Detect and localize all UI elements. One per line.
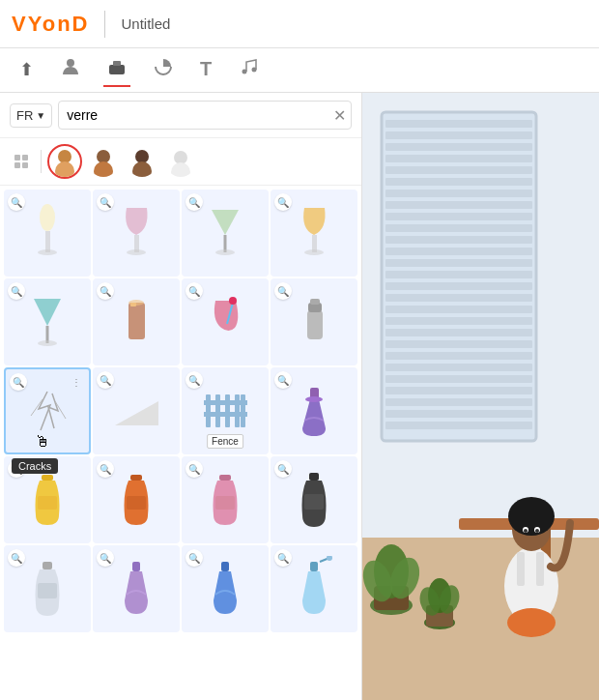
svg-rect-82 — [385, 306, 532, 313]
list-item[interactable]: 🔍 Fence — [182, 367, 269, 454]
svg-rect-80 — [385, 282, 532, 290]
music-tool[interactable] — [235, 53, 262, 87]
prop-tool[interactable] — [103, 53, 130, 87]
svg-rect-7 — [14, 162, 20, 168]
svg-rect-78 — [385, 259, 532, 267]
text-tool[interactable]: T — [196, 54, 215, 86]
list-item[interactable]: 🔍 — [271, 190, 357, 277]
zoom-icon[interactable]: 🔍 — [97, 460, 114, 478]
language-selector[interactable]: FR ▼ — [10, 103, 52, 128]
svg-rect-87 — [385, 364, 532, 371]
list-item[interactable]: 🔍 — [271, 278, 357, 365]
svg-rect-57 — [38, 583, 57, 598]
chart-tool[interactable] — [150, 53, 177, 87]
zoom-icon[interactable]: 🔍 — [185, 282, 203, 300]
svg-point-110 — [508, 497, 555, 536]
list-item[interactable]: 🔍 — [182, 456, 269, 543]
more-options-icon[interactable]: ⋮ — [68, 373, 85, 391]
svg-rect-8 — [22, 162, 28, 168]
zoom-icon[interactable]: 🔍 — [274, 371, 292, 389]
character-tab-4[interactable] — [163, 144, 198, 179]
upload-tool[interactable]: ⬆ — [15, 55, 38, 86]
search-input-wrap: ✕ — [58, 101, 352, 130]
zoom-icon[interactable]: 🔍 — [8, 460, 25, 478]
svg-rect-6 — [22, 155, 28, 160]
svg-rect-79 — [385, 271, 532, 278]
zoom-icon[interactable]: 🔍 — [97, 371, 114, 389]
zoom-icon[interactable]: 🔍 — [274, 193, 292, 211]
grid-view-icon[interactable] — [8, 148, 35, 175]
svg-point-10 — [55, 161, 74, 177]
list-item[interactable]: 🔍 — [271, 456, 357, 543]
svg-rect-51 — [127, 496, 146, 510]
list-item[interactable]: 🔍 — [4, 278, 91, 365]
search-input[interactable] — [58, 101, 352, 130]
svg-rect-42 — [215, 394, 220, 427]
svg-point-16 — [132, 161, 152, 177]
svg-rect-54 — [309, 473, 319, 481]
svg-rect-86 — [385, 352, 532, 360]
svg-point-24 — [127, 249, 146, 255]
zoom-icon[interactable]: 🔍 — [8, 282, 25, 300]
zoom-icon[interactable]: 🔍 — [274, 282, 292, 300]
list-item[interactable]: 🔍 — [4, 545, 91, 632]
svg-rect-77 — [385, 248, 532, 255]
svg-rect-5 — [14, 155, 20, 160]
list-item[interactable]: 🔍 — [182, 278, 269, 365]
list-item[interactable]: 🔍 — [4, 190, 91, 277]
svg-rect-41 — [206, 394, 211, 427]
asset-grid: 🔍 🔍 — [0, 186, 361, 700]
svg-rect-92 — [385, 422, 532, 429]
svg-rect-76 — [385, 236, 532, 244]
logo: VYonD — [12, 12, 89, 37]
svg-rect-83 — [385, 317, 532, 325]
svg-rect-88 — [385, 375, 532, 383]
list-item[interactable]: 🔍 — [271, 367, 357, 454]
svg-rect-81 — [385, 294, 532, 302]
list-item[interactable]: 🔍 — [271, 545, 357, 632]
zoom-icon[interactable]: 🔍 — [10, 373, 27, 391]
svg-point-18 — [174, 151, 187, 164]
list-item[interactable]: 🔍 — [93, 367, 180, 454]
svg-rect-74 — [385, 213, 532, 220]
zoom-icon[interactable]: 🔍 — [8, 193, 25, 211]
list-item[interactable]: 🔍 — [93, 545, 180, 632]
svg-rect-55 — [304, 494, 324, 510]
zoom-icon[interactable]: 🔍 — [274, 549, 292, 567]
list-item[interactable]: 🔍 — [182, 190, 269, 277]
list-item[interactable]: 🔍 — [93, 278, 180, 365]
svg-point-35 — [229, 297, 237, 305]
zoom-icon[interactable]: 🔍 — [8, 549, 25, 567]
svg-point-115 — [507, 608, 556, 637]
fence-label: Fence — [207, 434, 243, 449]
character-tab-1[interactable] — [47, 144, 82, 179]
character-tool[interactable] — [57, 53, 84, 87]
list-item[interactable]: 🔍 — [93, 456, 180, 543]
toolbar: ⬆ T — [0, 48, 599, 93]
zoom-icon[interactable]: 🔍 — [185, 193, 203, 211]
svg-rect-36 — [307, 310, 323, 339]
zoom-icon[interactable]: 🔍 — [97, 549, 114, 567]
svg-rect-31 — [128, 303, 145, 339]
zoom-icon[interactable]: 🔍 — [97, 282, 114, 300]
list-item[interactable]: 🔍 — [93, 190, 180, 277]
character-tab-2[interactable] — [86, 144, 121, 179]
zoom-icon[interactable]: 🔍 — [185, 549, 203, 567]
zoom-icon[interactable]: 🔍 — [97, 193, 114, 211]
svg-rect-71 — [385, 178, 532, 186]
list-item[interactable]: 🔍 ⋮ 🖱 Cracks — [4, 367, 91, 454]
svg-rect-2 — [113, 61, 121, 66]
svg-point-22 — [38, 249, 57, 255]
zoom-icon[interactable]: 🔍 — [185, 371, 203, 389]
document-title[interactable]: Untitled — [121, 15, 170, 32]
svg-rect-108 — [536, 552, 544, 586]
list-item[interactable]: 🔍 — [182, 545, 269, 632]
svg-rect-60 — [310, 562, 318, 571]
list-item[interactable]: 🔍 — [4, 456, 91, 543]
character-tab-3[interactable] — [125, 144, 159, 179]
scene-canvas[interactable] — [362, 93, 599, 700]
svg-rect-44 — [235, 394, 240, 427]
zoom-icon[interactable]: 🔍 — [274, 460, 292, 478]
zoom-icon[interactable]: 🔍 — [185, 460, 203, 478]
clear-search-icon[interactable]: ✕ — [333, 106, 346, 125]
